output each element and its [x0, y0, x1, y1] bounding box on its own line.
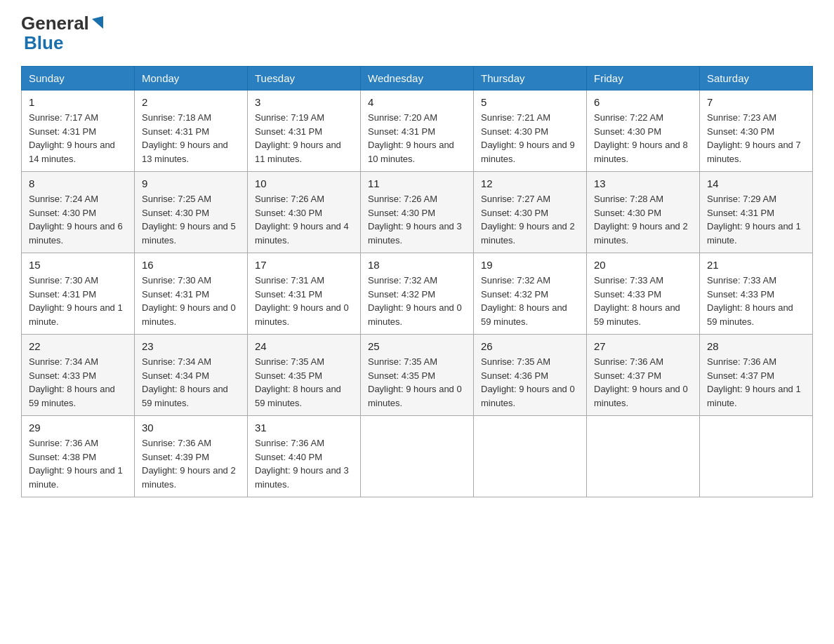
calendar-cell: 30Sunrise: 7:36 AMSunset: 4:39 PMDayligh… [135, 416, 248, 497]
day-info: Sunrise: 7:25 AMSunset: 4:30 PMDaylight:… [142, 192, 240, 247]
calendar-cell: 10Sunrise: 7:26 AMSunset: 4:30 PMDayligh… [248, 172, 361, 253]
calendar-cell: 31Sunrise: 7:36 AMSunset: 4:40 PMDayligh… [248, 416, 361, 497]
day-number: 30 [142, 422, 240, 434]
day-info: Sunrise: 7:18 AMSunset: 4:31 PMDaylight:… [142, 111, 240, 166]
calendar-cell: 16Sunrise: 7:30 AMSunset: 4:31 PMDayligh… [135, 253, 248, 335]
day-number: 7 [707, 96, 805, 108]
logo-container: General Blue [21, 14, 105, 52]
day-info: Sunrise: 7:29 AMSunset: 4:31 PMDaylight:… [707, 192, 805, 247]
day-info: Sunrise: 7:35 AMSunset: 4:35 PMDaylight:… [368, 355, 466, 410]
day-number: 27 [594, 340, 692, 352]
calendar-cell: 7Sunrise: 7:23 AMSunset: 4:30 PMDaylight… [700, 90, 813, 172]
calendar-cell: 19Sunrise: 7:32 AMSunset: 4:32 PMDayligh… [474, 253, 587, 335]
day-info: Sunrise: 7:34 AMSunset: 4:33 PMDaylight:… [29, 355, 127, 410]
day-info: Sunrise: 7:30 AMSunset: 4:31 PMDaylight:… [142, 274, 240, 328]
calendar-table: SundayMondayTuesdayWednesdayThursdayFrid… [21, 66, 813, 497]
day-number: 6 [594, 96, 692, 108]
calendar-cell [474, 416, 587, 497]
day-info: Sunrise: 7:20 AMSunset: 4:31 PMDaylight:… [368, 111, 466, 166]
header-monday: Monday [135, 67, 248, 90]
day-info: Sunrise: 7:17 AMSunset: 4:31 PMDaylight:… [29, 111, 127, 166]
day-number: 25 [368, 340, 466, 352]
day-info: Sunrise: 7:19 AMSunset: 4:31 PMDaylight:… [255, 111, 353, 166]
svg-marker-0 [92, 16, 103, 29]
day-number: 21 [707, 259, 805, 271]
day-number: 17 [255, 259, 353, 271]
logo-blue-text: Blue [24, 34, 63, 52]
day-number: 28 [707, 340, 805, 352]
day-info: Sunrise: 7:22 AMSunset: 4:30 PMDaylight:… [594, 111, 692, 166]
calendar-cell [700, 416, 813, 497]
day-info: Sunrise: 7:26 AMSunset: 4:30 PMDaylight:… [255, 192, 353, 247]
calendar-cell: 29Sunrise: 7:36 AMSunset: 4:38 PMDayligh… [22, 416, 135, 497]
day-info: Sunrise: 7:36 AMSunset: 4:39 PMDaylight:… [142, 436, 240, 491]
calendar-cell [587, 416, 700, 497]
logo-general-text: General [21, 14, 89, 32]
week-row-4: 22Sunrise: 7:34 AMSunset: 4:33 PMDayligh… [22, 335, 813, 416]
calendar-cell: 28Sunrise: 7:36 AMSunset: 4:37 PMDayligh… [700, 335, 813, 416]
day-info: Sunrise: 7:33 AMSunset: 4:33 PMDaylight:… [707, 274, 805, 328]
week-row-5: 29Sunrise: 7:36 AMSunset: 4:38 PMDayligh… [22, 416, 813, 497]
calendar-cell: 13Sunrise: 7:28 AMSunset: 4:30 PMDayligh… [587, 172, 700, 253]
calendar-cell: 21Sunrise: 7:33 AMSunset: 4:33 PMDayligh… [700, 253, 813, 335]
calendar-cell: 8Sunrise: 7:24 AMSunset: 4:30 PMDaylight… [22, 172, 135, 253]
day-number: 26 [481, 340, 579, 352]
day-number: 18 [368, 259, 466, 271]
day-number: 9 [142, 177, 240, 189]
calendar-cell: 6Sunrise: 7:22 AMSunset: 4:30 PMDaylight… [587, 90, 700, 172]
day-info: Sunrise: 7:28 AMSunset: 4:30 PMDaylight:… [594, 192, 692, 247]
day-info: Sunrise: 7:23 AMSunset: 4:30 PMDaylight:… [707, 111, 805, 166]
calendar-header-row: SundayMondayTuesdayWednesdayThursdayFrid… [22, 67, 813, 90]
header: General Blue [21, 14, 813, 52]
day-info: Sunrise: 7:34 AMSunset: 4:34 PMDaylight:… [142, 355, 240, 410]
day-number: 16 [142, 259, 240, 271]
day-info: Sunrise: 7:32 AMSunset: 4:32 PMDaylight:… [368, 274, 466, 328]
week-row-1: 1Sunrise: 7:17 AMSunset: 4:31 PMDaylight… [22, 90, 813, 172]
day-number: 8 [29, 177, 127, 189]
day-info: Sunrise: 7:36 AMSunset: 4:40 PMDaylight:… [255, 436, 353, 491]
day-number: 13 [594, 177, 692, 189]
calendar-cell: 9Sunrise: 7:25 AMSunset: 4:30 PMDaylight… [135, 172, 248, 253]
calendar-cell: 23Sunrise: 7:34 AMSunset: 4:34 PMDayligh… [135, 335, 248, 416]
day-info: Sunrise: 7:32 AMSunset: 4:32 PMDaylight:… [481, 274, 579, 328]
day-number: 19 [481, 259, 579, 271]
header-saturday: Saturday [700, 67, 813, 90]
calendar-cell: 3Sunrise: 7:19 AMSunset: 4:31 PMDaylight… [248, 90, 361, 172]
day-number: 2 [142, 96, 240, 108]
calendar-cell: 15Sunrise: 7:30 AMSunset: 4:31 PMDayligh… [22, 253, 135, 335]
day-number: 12 [481, 177, 579, 189]
header-friday: Friday [587, 67, 700, 90]
header-sunday: Sunday [22, 67, 135, 90]
calendar-cell: 27Sunrise: 7:36 AMSunset: 4:37 PMDayligh… [587, 335, 700, 416]
calendar-cell: 17Sunrise: 7:31 AMSunset: 4:31 PMDayligh… [248, 253, 361, 335]
calendar-cell: 5Sunrise: 7:21 AMSunset: 4:30 PMDaylight… [474, 90, 587, 172]
calendar-cell: 24Sunrise: 7:35 AMSunset: 4:35 PMDayligh… [248, 335, 361, 416]
day-info: Sunrise: 7:30 AMSunset: 4:31 PMDaylight:… [29, 274, 127, 328]
week-row-3: 15Sunrise: 7:30 AMSunset: 4:31 PMDayligh… [22, 253, 813, 335]
calendar-cell: 2Sunrise: 7:18 AMSunset: 4:31 PMDaylight… [135, 90, 248, 172]
day-info: Sunrise: 7:33 AMSunset: 4:33 PMDaylight:… [594, 274, 692, 328]
day-info: Sunrise: 7:24 AMSunset: 4:30 PMDaylight:… [29, 192, 127, 247]
day-number: 15 [29, 259, 127, 271]
calendar-cell: 4Sunrise: 7:20 AMSunset: 4:31 PMDaylight… [361, 90, 474, 172]
logo: General Blue [21, 14, 105, 52]
logo-triangle-icon [91, 15, 105, 30]
day-info: Sunrise: 7:36 AMSunset: 4:37 PMDaylight:… [707, 355, 805, 410]
day-info: Sunrise: 7:26 AMSunset: 4:30 PMDaylight:… [368, 192, 466, 247]
header-tuesday: Tuesday [248, 67, 361, 90]
day-number: 1 [29, 96, 127, 108]
day-info: Sunrise: 7:21 AMSunset: 4:30 PMDaylight:… [481, 111, 579, 166]
day-number: 22 [29, 340, 127, 352]
day-info: Sunrise: 7:35 AMSunset: 4:36 PMDaylight:… [481, 355, 579, 410]
day-info: Sunrise: 7:27 AMSunset: 4:30 PMDaylight:… [481, 192, 579, 247]
day-info: Sunrise: 7:36 AMSunset: 4:38 PMDaylight:… [29, 436, 127, 491]
header-thursday: Thursday [474, 67, 587, 90]
day-number: 5 [481, 96, 579, 108]
calendar-cell: 25Sunrise: 7:35 AMSunset: 4:35 PMDayligh… [361, 335, 474, 416]
calendar-cell: 26Sunrise: 7:35 AMSunset: 4:36 PMDayligh… [474, 335, 587, 416]
calendar-cell: 20Sunrise: 7:33 AMSunset: 4:33 PMDayligh… [587, 253, 700, 335]
day-number: 20 [594, 259, 692, 271]
day-number: 4 [368, 96, 466, 108]
calendar-cell: 14Sunrise: 7:29 AMSunset: 4:31 PMDayligh… [700, 172, 813, 253]
day-number: 14 [707, 177, 805, 189]
